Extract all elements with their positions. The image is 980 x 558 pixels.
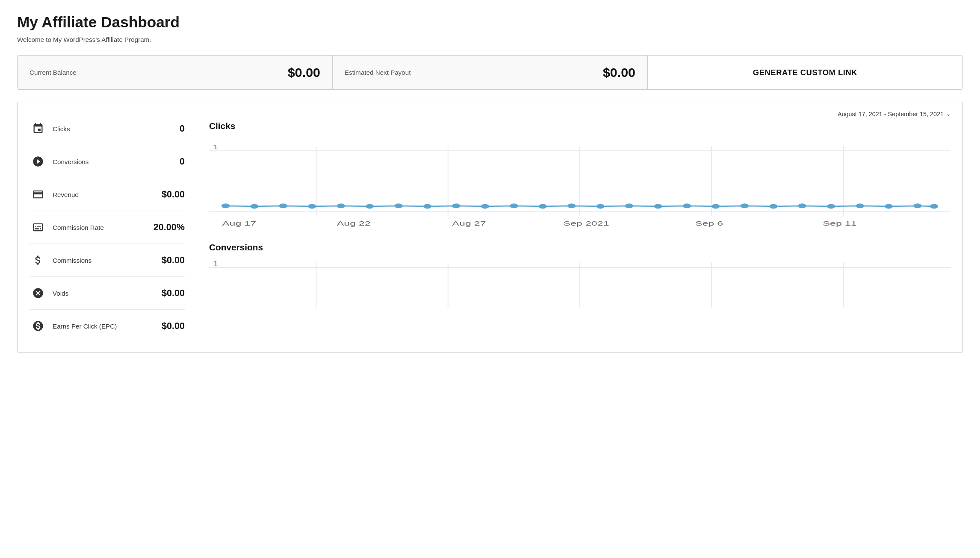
clicks-chart-section: Clicks 1 [209,121,950,230]
svg-text:Sep 6: Sep 6 [695,220,723,226]
stat-value-epc: $0.00 [162,320,185,332]
commission-rate-icon [30,219,47,236]
stat-row-clicks: Clicks0 [30,112,185,145]
svg-text:Aug 22: Aug 22 [337,220,371,226]
stat-value-conversions: 0 [180,156,185,167]
generate-custom-link-label: GENERATE CUSTOM LINK [753,68,857,77]
svg-point-27 [769,204,777,209]
svg-point-20 [567,203,576,208]
revenue-icon [30,186,47,203]
svg-text:Sep 11: Sep 11 [823,220,856,226]
current-balance-value: $0.00 [288,65,320,80]
svg-point-18 [510,203,518,208]
svg-point-17 [481,204,489,209]
svg-point-11 [308,204,316,209]
conversions-chart-title: Conversions [209,242,950,253]
svg-point-13 [366,204,374,209]
svg-point-24 [683,203,691,208]
stat-name-conversions: Conversions [53,158,180,165]
top-cards-container: Current Balance $0.00 Estimated Next Pay… [17,55,963,90]
conversions-chart: 1 [209,258,950,317]
stat-value-clicks: 0 [180,123,185,134]
svg-point-30 [856,203,864,208]
stat-row-epc: Earns Per Click (EPC)$0.00 [30,310,185,342]
stat-value-commission-rate: 20.00% [153,222,185,233]
svg-point-16 [452,203,460,208]
svg-point-10 [279,203,287,208]
svg-point-14 [395,203,403,208]
stat-name-voids: Voids [53,290,162,297]
stat-row-voids: Voids$0.00 [30,277,185,310]
svg-text:Aug 27: Aug 27 [452,220,486,226]
welcome-text: Welcome to My WordPress's Affiliate Prog… [17,36,963,43]
generate-custom-link-button[interactable]: GENERATE CUSTOM LINK [648,56,962,89]
svg-point-25 [711,204,720,209]
chevron-down-icon: ⌄ [946,111,950,117]
page-title: My Affiliate Dashboard [17,14,963,31]
svg-point-21 [596,204,605,209]
charts-area: August 17, 2021 - September 15, 2021 ⌄ C… [197,102,962,352]
stat-value-revenue: $0.00 [162,189,185,200]
svg-point-8 [221,203,230,208]
svg-point-12 [337,203,345,208]
voids-icon [30,285,47,302]
stat-name-epc: Earns Per Click (EPC) [53,323,162,330]
conversions-icon [30,153,47,170]
clicks-icon [30,120,47,137]
clicks-chart-title: Clicks [209,121,950,131]
svg-point-26 [741,203,749,208]
svg-text:Aug 17: Aug 17 [222,220,256,226]
stat-name-revenue: Revenue [53,191,162,198]
main-panel: Clicks0Conversions0Revenue$0.00Commissio… [17,102,963,353]
stat-row-conversions: Conversions0 [30,145,185,178]
stats-sidebar: Clicks0Conversions0Revenue$0.00Commissio… [18,102,197,352]
conversions-chart-section: Conversions 1 [209,242,950,317]
current-balance-label: Current Balance [30,68,77,77]
svg-text:1: 1 [213,143,219,151]
svg-point-32 [913,203,921,208]
svg-point-31 [885,204,893,209]
stat-name-clicks: Clicks [53,125,180,132]
svg-point-15 [423,204,431,209]
date-range-button[interactable]: August 17, 2021 - September 15, 2021 ⌄ [838,111,950,117]
stat-name-commission-rate: Commission Rate [53,224,153,231]
svg-point-9 [250,204,258,209]
estimated-payout-card: Estimated Next Payout $0.00 [333,56,648,89]
epc-icon [30,317,47,335]
svg-point-23 [654,204,662,209]
stat-row-revenue: Revenue$0.00 [30,178,185,211]
stat-row-commissions: Commissions$0.00 [30,244,185,277]
estimated-payout-label: Estimated Next Payout [345,68,410,77]
svg-point-22 [625,203,633,208]
date-range-label: August 17, 2021 - September 15, 2021 [838,111,944,117]
svg-text:Sep 2021: Sep 2021 [563,220,609,226]
stat-row-commission-rate: Commission Rate20.00% [30,211,185,244]
stat-value-commissions: $0.00 [162,255,185,266]
stat-value-voids: $0.00 [162,288,185,299]
current-balance-card: Current Balance $0.00 [18,56,333,89]
commissions-icon [30,252,47,269]
stat-name-commissions: Commissions [53,257,162,264]
clicks-chart: 1 [209,136,950,230]
svg-point-28 [798,203,806,208]
svg-point-19 [539,204,547,209]
svg-point-29 [827,204,835,209]
svg-text:1: 1 [213,260,219,267]
svg-point-33 [930,204,938,209]
estimated-payout-value: $0.00 [603,65,635,80]
